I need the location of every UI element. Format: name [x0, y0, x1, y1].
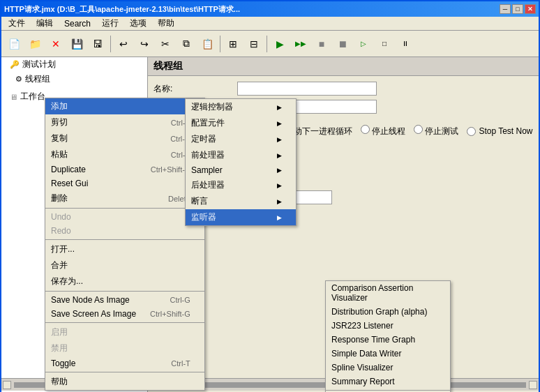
submenu-add-listener-label: 监听器 — [191, 211, 216, 223]
ctx-merge[interactable]: 合并 — [45, 257, 204, 273]
toolbar-start[interactable]: ▶ — [270, 34, 290, 54]
ctx-add[interactable]: 添加 — [45, 98, 204, 114]
status-scroll-right[interactable] — [529, 381, 537, 389]
ctx-save-screen-label: Save Screen As Image — [51, 309, 136, 319]
ctx-toggle-label: Toggle — [51, 359, 75, 368]
stoptest-radio-label: 停止测试 — [414, 125, 458, 137]
ctx-sep-5 — [45, 372, 204, 372]
ctx-save-as-label: 保存为... — [51, 276, 83, 287]
ctx-copy[interactable]: 复制 Ctrl-C — [45, 130, 204, 146]
ctx-delete[interactable]: 删除 Delete — [45, 190, 204, 206]
ctx-cut[interactable]: 剪切 Ctrl-X — [45, 114, 204, 130]
toolbar-save[interactable]: 💾 — [67, 34, 87, 54]
stoptest-radio[interactable] — [414, 125, 423, 134]
submenu-add-listener[interactable]: 监听器 — [186, 209, 296, 225]
window-title: HTTP请求.jmx (D:\B_工具\apache-jmeter-2.13\b… — [4, 4, 500, 15]
listener-response-time-label: Response Time Graph — [331, 335, 415, 345]
listener-distribution[interactable]: Distribution Graph (alpha) — [326, 305, 450, 319]
maximize-button[interactable]: □ — [512, 4, 523, 14]
ctx-help[interactable]: 帮助 — [45, 374, 204, 390]
tree-label-thread-group: 线程组 — [25, 73, 50, 85]
toolbar-remote-shutdown[interactable]: ⏸ — [396, 34, 415, 54]
toolbar-stop[interactable]: ■ — [312, 34, 331, 54]
ctx-help-label: 帮助 — [51, 376, 68, 388]
ctx-save-node[interactable]: Save Node As Image Ctrl-G — [45, 293, 204, 307]
ctx-duplicate[interactable]: Duplicate Ctrl+Shift-C — [45, 163, 204, 176]
menu-file[interactable]: 文件 — [3, 17, 31, 31]
toolbar-new[interactable]: 📄 — [4, 34, 24, 54]
ctx-undo: Undo — [45, 210, 204, 224]
ctx-duplicate-label: Duplicate — [51, 165, 86, 174]
menu-edit[interactable]: 编辑 — [31, 17, 59, 31]
listener-jsr223[interactable]: JSR223 Listener — [326, 319, 450, 333]
ctx-toggle[interactable]: Toggle Ctrl-T — [45, 356, 204, 370]
toolbar-sep-2 — [220, 36, 220, 52]
ctx-reset-gui[interactable]: Reset Gui — [45, 176, 204, 190]
toolbar-expand[interactable]: ⊞ — [223, 34, 243, 54]
listener-simple-data[interactable]: Simple Data Writer — [326, 347, 450, 361]
close-button[interactable]: ✕ — [525, 4, 536, 14]
listener-jsr223-label: JSR223 Listener — [331, 321, 393, 331]
title-bar: HTTP请求.jmx (D:\B_工具\apache-jmeter-2.13\b… — [1, 1, 539, 17]
ctx-paste-label: 粘贴 — [51, 149, 68, 160]
tree-label-test-plan: 测试计划 — [22, 59, 56, 70]
menu-run[interactable]: 运行 — [96, 17, 124, 31]
toolbar-close[interactable]: ✕ — [46, 34, 66, 54]
toolbar-remote-start[interactable]: ▷ — [354, 34, 373, 54]
listener-summary[interactable]: Summary Report — [326, 375, 450, 389]
status-scroll-left[interactable] — [3, 381, 11, 389]
toolbar-paste[interactable]: 📋 — [197, 34, 217, 54]
menu-help[interactable]: 帮助 — [152, 17, 180, 31]
toolbar-remote-stop[interactable]: □ — [375, 34, 394, 54]
ctx-save-screen[interactable]: Save Screen As Image Ctrl+Shift-G — [45, 307, 204, 321]
toolbar-start-no-pause[interactable]: ▶▶ — [291, 34, 310, 54]
tree-icon-test-plan: 🔑 — [10, 60, 20, 69]
ctx-disable: 禁用 — [45, 340, 204, 356]
ctx-add-label: 添加 — [51, 100, 68, 112]
stoptest-now-label: Stop Test Now — [467, 126, 532, 136]
stopthread-radio[interactable] — [361, 125, 370, 134]
submenu-add-timer[interactable]: 定时器 — [186, 131, 296, 147]
name-input[interactable] — [237, 82, 377, 96]
toolbar-open[interactable]: 📁 — [25, 34, 45, 54]
submenu-add-assertion[interactable]: 断言 — [186, 193, 296, 209]
menu-search[interactable]: Search — [59, 17, 96, 31]
listener-spline[interactable]: Spline Visualizer — [326, 361, 450, 375]
toolbar-cut[interactable]: ✂ — [156, 34, 175, 54]
ctx-save-screen-shortcut: Ctrl+Shift-G — [150, 310, 190, 318]
listener-response-time[interactable]: Response Time Graph — [326, 333, 450, 347]
toolbar-redo[interactable]: ↪ — [135, 34, 154, 54]
loop-count-input[interactable]: 1 — [290, 190, 332, 204]
ctx-paste[interactable]: 粘贴 Ctrl-V — [45, 146, 204, 163]
toolbar-copy[interactable]: ⧉ — [177, 34, 196, 54]
submenu-add-preprocessor[interactable]: 前处理器 — [186, 147, 296, 163]
ctx-open-label: 打开... — [51, 243, 75, 255]
ctx-undo-label: Undo — [51, 212, 71, 222]
submenu-add-postprocessor[interactable]: 后处理器 — [186, 177, 296, 193]
submenu-add-config[interactable]: 配置元件 — [186, 115, 296, 131]
menu-options[interactable]: 选项 — [124, 17, 152, 31]
listener-comparison[interactable]: Comparison Assertion Visualizer — [326, 281, 450, 305]
listener-sep-1 — [326, 390, 450, 391]
listener-comparison-label: Comparison Assertion Visualizer — [331, 283, 436, 303]
ctx-reset-gui-label: Reset Gui — [51, 179, 88, 188]
stopthread-radio-label: 停止线程 — [361, 125, 405, 137]
toolbar-shutdown[interactable]: ⏹ — [333, 34, 352, 54]
tree-node-thread-group[interactable]: ⚙ 线程组 — [1, 72, 147, 86]
toolbar-saveas[interactable]: 🖫 — [88, 34, 107, 54]
toolbar-collapse[interactable]: ⊟ — [244, 34, 264, 54]
listener-spline-label: Spline Visualizer — [331, 363, 393, 372]
ctx-redo: Redo — [45, 224, 204, 238]
listener-simple-data-label: Simple Data Writer — [331, 349, 401, 359]
submenu-add-sampler[interactable]: Sampler — [186, 163, 296, 177]
listener-distribution-label: Distribution Graph (alpha) — [331, 307, 427, 317]
tree-label-workbench: 工作台 — [20, 91, 45, 103]
submenu-add-postprocessor-label: 后处理器 — [191, 179, 225, 191]
submenu-add-logic[interactable]: 逻辑控制器 — [186, 99, 296, 115]
tree-node-test-plan[interactable]: 🔑 测试计划 — [1, 57, 147, 72]
stoptest-now-radio[interactable] — [467, 127, 476, 136]
ctx-open[interactable]: 打开... — [45, 241, 204, 257]
ctx-save-as[interactable]: 保存为... — [45, 273, 204, 289]
toolbar-undo[interactable]: ↩ — [114, 34, 133, 54]
minimize-button[interactable]: ─ — [500, 4, 511, 14]
